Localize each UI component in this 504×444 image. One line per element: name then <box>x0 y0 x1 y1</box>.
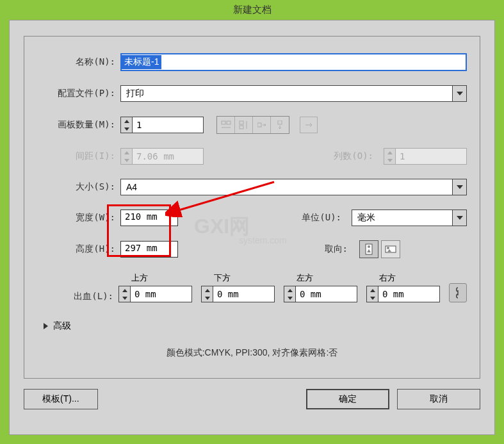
spinner-buttons[interactable] <box>284 286 296 302</box>
spinner-down-icon[interactable] <box>121 125 132 133</box>
svg-rect-4 <box>257 123 261 127</box>
spinner-buttons[interactable] <box>367 286 378 302</box>
spinner-buttons <box>384 149 396 164</box>
bleed-bottom-group: 下方 0 mm <box>201 272 275 302</box>
units-dropdown[interactable]: 毫米 <box>352 210 467 226</box>
row-artboards: 画板数量(M): 1 <box>37 116 467 134</box>
units-label: 单位(U): <box>302 212 346 224</box>
spinner-up-icon[interactable] <box>119 286 130 294</box>
row-width-units: 宽度(W): 210 mm 单位(U): 毫米 <box>37 210 467 226</box>
name-value: 未标题-1 <box>122 55 161 69</box>
title-bar: 新建文档 <box>0 0 504 20</box>
dropdown-arrow-icon[interactable] <box>452 86 466 101</box>
arrow-only-icon[interactable] <box>300 117 318 133</box>
arrow-right-icon[interactable] <box>253 117 271 133</box>
spinner-up-icon <box>384 149 395 156</box>
spinner-up-icon[interactable] <box>367 286 378 294</box>
columns-label: 列数(O): <box>334 151 378 162</box>
row-height-orient: 高度(H): 297 mm 取向: <box>37 240 467 258</box>
bleed-top-spinner[interactable]: 0 mm <box>118 286 192 302</box>
svg-rect-3 <box>240 126 243 129</box>
name-label: 名称(N): <box>37 56 120 68</box>
advanced-toggle[interactable]: 高级 <box>44 320 467 332</box>
spinner-buttons[interactable] <box>202 286 213 302</box>
artboard-layout-group <box>216 116 289 134</box>
color-mode-info: 颜色模式:CMYK, PPI:300, 对齐像素网格:否 <box>37 347 467 359</box>
ok-button[interactable]: 确定 <box>306 389 389 409</box>
bleed-left-spinner[interactable]: 0 mm <box>284 286 357 302</box>
bleed-bottom-spinner[interactable]: 0 mm <box>201 286 275 302</box>
columns-spinner: 1 <box>384 148 467 165</box>
arrow-down-icon[interactable] <box>271 117 289 133</box>
size-value: A4 <box>126 182 137 192</box>
bleed-right-spinner[interactable]: 0 mm <box>366 286 440 302</box>
profile-dropdown[interactable]: 打印 <box>120 85 467 102</box>
row-bleed: 出血(L): 上方 0 mm 下方 0 mm 左 <box>37 272 467 302</box>
profile-label: 配置文件(P): <box>37 88 120 99</box>
highlight-annotation <box>107 204 171 257</box>
svg-rect-0 <box>222 121 225 124</box>
bleed-left-label: 左方 <box>297 272 357 284</box>
bleed-right-label: 右方 <box>379 272 440 284</box>
spinner-down-icon[interactable] <box>367 294 378 302</box>
size-label: 大小(S): <box>37 181 120 193</box>
units-value: 毫米 <box>357 212 375 224</box>
row-size: 大小(S): A4 <box>37 179 467 195</box>
spinner-down-icon[interactable] <box>119 294 130 302</box>
row-profile: 配置文件(P): 打印 <box>37 85 467 102</box>
bleed-bottom-label: 下方 <box>214 272 275 284</box>
svg-rect-1 <box>227 121 231 124</box>
bleed-top-group: 上方 0 mm <box>118 272 192 302</box>
portrait-icon[interactable] <box>359 240 378 258</box>
spacing-value: 7.06 mm <box>133 149 203 164</box>
grid-row-icon[interactable] <box>217 117 235 133</box>
svg-rect-5 <box>278 120 282 124</box>
spinner-buttons <box>121 149 133 164</box>
dropdown-arrow-icon[interactable] <box>452 179 466 195</box>
bleed-left-group: 左方 0 mm <box>284 272 357 302</box>
dropdown-arrow-icon[interactable] <box>452 210 466 226</box>
svg-point-9 <box>387 247 389 249</box>
spacing-label: 间距(I): <box>37 151 120 162</box>
bleed-left-value[interactable]: 0 mm <box>296 286 357 302</box>
bleed-bottom-value[interactable]: 0 mm <box>213 286 274 302</box>
svg-rect-2 <box>240 121 243 124</box>
bleed-label: 出血(L): <box>37 291 118 302</box>
bleed-right-group: 右方 0 mm <box>366 272 440 302</box>
spinner-up-icon[interactable] <box>202 286 213 294</box>
spinner-buttons[interactable] <box>121 117 133 133</box>
grid-col-icon[interactable] <box>235 117 253 133</box>
artboards-value[interactable]: 1 <box>133 117 203 133</box>
svg-point-7 <box>368 245 370 248</box>
row-name: 名称(N): 未标题-1 <box>37 53 467 71</box>
spinner-buttons[interactable] <box>119 286 131 302</box>
spinner-down-icon <box>384 156 395 164</box>
link-icon[interactable] <box>449 283 467 302</box>
row-spacing-columns: 间距(I): 7.06 mm 列数(O): 1 <box>37 148 467 165</box>
artboards-label: 画板数量(M): <box>37 119 120 131</box>
spinner-down-icon <box>121 156 132 164</box>
bleed-right-value[interactable]: 0 mm <box>378 286 439 302</box>
dialog-title: 新建文档 <box>233 4 272 15</box>
spinner-up-icon[interactable] <box>121 117 132 125</box>
size-dropdown[interactable]: A4 <box>120 179 467 195</box>
profile-value: 打印 <box>126 88 144 99</box>
spacing-spinner: 7.06 mm <box>120 148 204 165</box>
bleed-top-label: 上方 <box>131 272 192 284</box>
bleed-top-value[interactable]: 0 mm <box>131 286 191 302</box>
columns-value: 1 <box>396 149 466 164</box>
spinner-down-icon[interactable] <box>202 294 213 302</box>
advanced-label: 高级 <box>53 320 71 332</box>
orientation-label: 取向: <box>325 243 353 255</box>
spinner-up-icon[interactable] <box>284 286 295 294</box>
landscape-icon[interactable] <box>381 240 400 258</box>
button-row: 模板(T)... 确定 取消 <box>24 389 480 409</box>
template-button[interactable]: 模板(T)... <box>24 389 98 409</box>
spinner-up-icon <box>121 149 132 156</box>
dialog-body: 名称(N): 未标题-1 配置文件(P): 打印 画板数量(M): 1 <box>9 20 495 435</box>
cancel-button[interactable]: 取消 <box>397 389 480 409</box>
spinner-down-icon[interactable] <box>284 294 295 302</box>
name-input[interactable]: 未标题-1 <box>120 53 467 71</box>
artboards-spinner[interactable]: 1 <box>120 117 204 133</box>
inner-panel: 名称(N): 未标题-1 配置文件(P): 打印 画板数量(M): 1 <box>24 36 480 379</box>
